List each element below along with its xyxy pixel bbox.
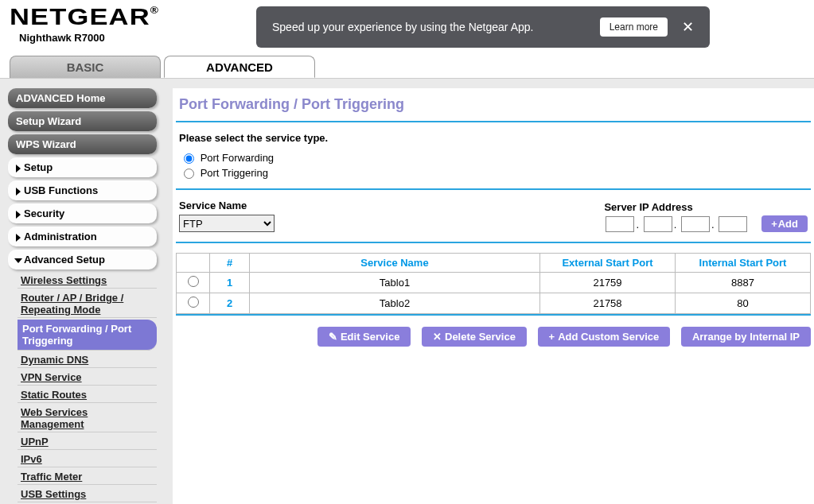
header: NETGEAR® Nighthawk R7000 Speed up your e… bbox=[0, 0, 814, 56]
add-custom-label: Add Custom Service bbox=[558, 331, 659, 343]
chevron-right-icon bbox=[16, 234, 21, 242]
sidebar-usb-functions[interactable]: USB Functions bbox=[8, 180, 157, 200]
tab-basic[interactable]: BASIC bbox=[10, 56, 161, 78]
th-service: Service Name bbox=[250, 254, 540, 273]
sidebar-security[interactable]: Security bbox=[8, 204, 157, 223]
divider bbox=[176, 188, 811, 190]
chevron-down-icon bbox=[14, 258, 22, 263]
add-button-label: Add bbox=[778, 218, 798, 230]
edit-label: Edit Service bbox=[341, 331, 399, 343]
row-service: Tablo2 bbox=[250, 293, 540, 314]
submenu-wsm[interactable]: Web Services Management bbox=[18, 405, 157, 432]
submenu-ipv6[interactable]: IPv6 bbox=[18, 452, 157, 467]
service-name-select[interactable]: FTP bbox=[179, 215, 275, 232]
pencil-icon: ✎ bbox=[329, 331, 337, 343]
chevron-right-icon bbox=[16, 165, 21, 173]
server-ip-label: Server IP Address bbox=[604, 201, 749, 213]
advanced-setup-submenu: Wireless Settings Router / AP / Bridge /… bbox=[18, 273, 157, 504]
divider bbox=[176, 242, 811, 243]
submenu-ddns[interactable]: Dynamic DNS bbox=[18, 352, 157, 368]
ip-octet-3[interactable] bbox=[681, 216, 710, 232]
ip-octet-4[interactable] bbox=[719, 216, 747, 232]
sidebar-setup-label: Setup bbox=[24, 161, 53, 173]
th-number: # bbox=[210, 254, 250, 273]
sidebar-advsetup-label: Advanced Setup bbox=[24, 254, 105, 266]
submenu-port-forwarding[interactable]: Port Forwarding / Port Triggering bbox=[18, 320, 157, 351]
add-button[interactable]: +Add bbox=[761, 215, 808, 232]
ip-octet-2[interactable] bbox=[644, 216, 672, 232]
row-select-2[interactable] bbox=[188, 297, 199, 308]
main-area: ADVANCED Home Setup Wizard WPS Wizard Se… bbox=[0, 78, 814, 504]
row-ext: 21759 bbox=[540, 273, 676, 293]
select-type-label: Please select the service type. bbox=[176, 132, 811, 144]
ip-octet-1[interactable] bbox=[606, 216, 634, 232]
plus-icon: + bbox=[549, 331, 555, 343]
sidebar-setup[interactable]: Setup bbox=[8, 157, 157, 177]
radio-port-forwarding-row: Port Forwarding bbox=[176, 152, 811, 164]
chevron-right-icon bbox=[16, 211, 21, 219]
radio-port-triggering[interactable] bbox=[184, 169, 194, 179]
brand-logo: NETGEAR® bbox=[10, 3, 294, 30]
submenu-traffic[interactable]: Traffic Meter bbox=[18, 469, 157, 485]
sidebar-administration[interactable]: Administration bbox=[8, 227, 157, 246]
radio-port-triggering-row: Port Triggering bbox=[176, 167, 811, 179]
arrange-label: Arrange by Internal IP bbox=[692, 331, 800, 343]
radio-port-forwarding[interactable] bbox=[184, 153, 194, 164]
registered-icon: ® bbox=[150, 5, 159, 16]
sidebar-security-label: Security bbox=[24, 207, 64, 219]
row-num: 2 bbox=[210, 293, 250, 314]
edit-service-button[interactable]: ✎Edit Service bbox=[317, 327, 411, 347]
submenu-router-ap[interactable]: Router / AP / Bridge / Repeating Mode bbox=[18, 290, 157, 318]
th-int-port: Internal Start Port bbox=[676, 254, 811, 273]
divider bbox=[176, 121, 811, 122]
table-row: 2 Tablo2 21758 80 bbox=[177, 293, 811, 314]
radio-pt-label: Port Triggering bbox=[201, 167, 268, 179]
close-icon[interactable]: ✕ bbox=[682, 18, 694, 36]
action-row: ✎Edit Service ✕Delete Service +Add Custo… bbox=[176, 327, 811, 347]
submenu-static-routes[interactable]: Static Routes bbox=[18, 387, 157, 403]
submenu-wireless[interactable]: Wireless Settings bbox=[18, 273, 157, 289]
row-select-1[interactable] bbox=[188, 276, 199, 287]
tab-bar: BASIC ADVANCED bbox=[0, 56, 814, 78]
sidebar-advanced-home[interactable]: ADVANCED Home bbox=[8, 88, 157, 108]
row-int: 80 bbox=[676, 293, 811, 314]
delete-label: Delete Service bbox=[445, 331, 516, 343]
notification-text: Speed up your experience by using the Ne… bbox=[272, 21, 533, 33]
chevron-right-icon bbox=[16, 188, 21, 196]
sidebar-wps-wizard[interactable]: WPS Wizard bbox=[8, 134, 157, 154]
delete-service-button[interactable]: ✕Delete Service bbox=[422, 327, 527, 347]
model-name: Nighthawk R7000 bbox=[19, 32, 256, 44]
submenu-vpn[interactable]: VPN Service bbox=[18, 370, 157, 386]
add-custom-button[interactable]: +Add Custom Service bbox=[538, 327, 671, 347]
plus-icon: + bbox=[771, 218, 777, 230]
radio-pf-label: Port Forwarding bbox=[201, 152, 274, 164]
sidebar-usb-label: USB Functions bbox=[24, 184, 98, 196]
brand-name: NETGEAR bbox=[10, 3, 150, 29]
port-table: # Service Name External Start Port Inter… bbox=[176, 253, 811, 314]
tab-advanced[interactable]: ADVANCED bbox=[164, 56, 315, 78]
divider bbox=[176, 314, 811, 316]
sidebar-advanced-setup[interactable]: Advanced Setup bbox=[8, 250, 157, 269]
sidebar: ADVANCED Home Setup Wizard WPS Wizard Se… bbox=[0, 79, 163, 504]
x-icon: ✕ bbox=[433, 331, 442, 343]
notification-bar: Speed up your experience by using the Ne… bbox=[256, 6, 710, 48]
service-name-label: Service Name bbox=[179, 200, 386, 211]
th-select bbox=[177, 254, 210, 273]
row-ext: 21758 bbox=[540, 293, 676, 314]
content-panel: Port Forwarding / Port Triggering Please… bbox=[173, 88, 814, 504]
row-num: 1 bbox=[210, 273, 250, 293]
service-form-row: Service Name FTP Server IP Address . . .… bbox=[176, 200, 811, 232]
submenu-upnp[interactable]: UPnP bbox=[18, 434, 157, 450]
learn-more-button[interactable]: Learn more bbox=[600, 17, 668, 37]
page-title: Port Forwarding / Port Triggering bbox=[176, 93, 811, 121]
submenu-usb-settings[interactable]: USB Settings bbox=[18, 487, 157, 502]
sidebar-setup-wizard[interactable]: Setup Wizard bbox=[8, 111, 157, 131]
row-int: 8887 bbox=[676, 273, 811, 293]
sidebar-admin-label: Administration bbox=[24, 231, 97, 242]
logo-block: NETGEAR® Nighthawk R7000 bbox=[10, 0, 256, 44]
th-ext-port: External Start Port bbox=[540, 254, 676, 273]
arrange-button[interactable]: Arrange by Internal IP bbox=[681, 327, 811, 347]
row-service: Tablo1 bbox=[250, 273, 540, 293]
table-row: 1 Tablo1 21759 8887 bbox=[177, 273, 811, 293]
